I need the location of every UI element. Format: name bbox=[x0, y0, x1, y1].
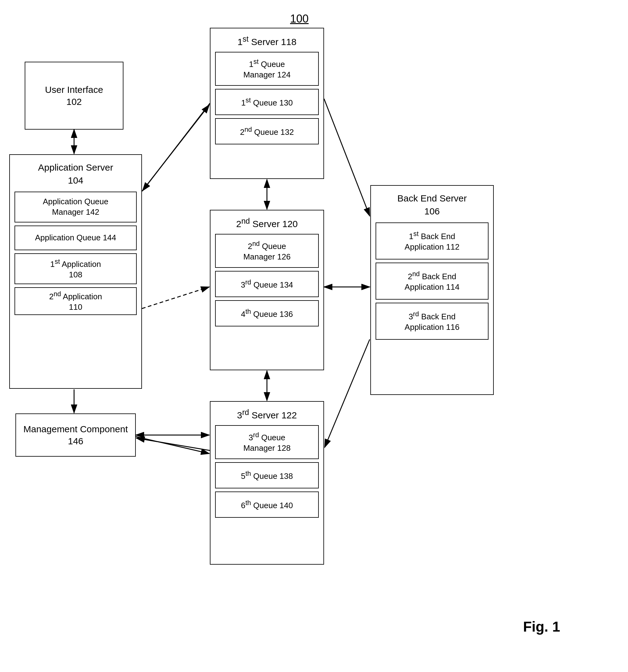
1stserver-to-backend-arrow bbox=[324, 99, 370, 216]
management-component-label: Management Component146 bbox=[23, 423, 128, 447]
fourth-queue-box: 4th Queue 136 bbox=[215, 300, 319, 327]
second-server-box: 2nd Server 120 2nd QueueManager 126 3rd … bbox=[210, 210, 324, 370]
first-application-box: 1st Application108 bbox=[15, 253, 137, 284]
app-server-label: Application Server104 bbox=[15, 161, 137, 187]
app-queue-box: Application Queue 144 bbox=[15, 225, 137, 250]
sixth-queue-box: 6th Queue 140 bbox=[215, 491, 319, 518]
fig-label: Fig. 1 bbox=[523, 618, 560, 635]
back-end-server-box: Back End Server106 1st Back EndApplicati… bbox=[370, 185, 494, 395]
diagram-title: 100 bbox=[290, 13, 309, 25]
diagram: 100 User Interface102 Application Server… bbox=[0, 0, 628, 672]
first-server-label: 1st Server 118 bbox=[215, 34, 319, 47]
second-application-box: 2nd Application110 bbox=[15, 287, 137, 315]
appserver-to-1stserver-arrow bbox=[142, 105, 209, 191]
third-queue-box: 3rd Queue 134 bbox=[215, 271, 319, 297]
application-server-box: Application Server104 Application QueueM… bbox=[9, 154, 142, 389]
second-queue-box: 2nd Queue 132 bbox=[215, 118, 319, 144]
first-server-box: 1st Server 118 1st QueueManager 124 1st … bbox=[210, 28, 324, 179]
second-server-label: 2nd Server 120 bbox=[215, 217, 319, 229]
second-queue-manager-box: 2nd QueueManager 126 bbox=[215, 234, 319, 268]
third-server-label: 3rd Server 122 bbox=[215, 408, 319, 421]
backend-to-3rdserver-arrow bbox=[325, 339, 370, 448]
3rdserver-to-mgmt-arrow bbox=[136, 438, 210, 451]
user-interface-box: User Interface102 bbox=[25, 62, 123, 129]
1stserver-to-appserver-arrow bbox=[143, 103, 210, 191]
third-back-end-box: 3rd Back EndApplication 116 bbox=[376, 303, 489, 340]
back-end-server-label: Back End Server106 bbox=[376, 192, 489, 218]
first-back-end-box: 1st Back EndApplication 112 bbox=[376, 222, 489, 260]
first-queue-manager-box: 1st QueueManager 124 bbox=[215, 52, 319, 86]
fifth-queue-box: 5th Queue 138 bbox=[215, 462, 319, 488]
user-interface-label: User Interface102 bbox=[45, 83, 103, 108]
third-queue-manager-box: 3rd QueueManager 128 bbox=[215, 425, 319, 459]
second-back-end-box: 2nd Back EndApplication 114 bbox=[376, 263, 489, 299]
first-queue-box: 1st Queue 130 bbox=[215, 89, 319, 115]
mgmt-to-3rdserver-arrow bbox=[136, 437, 209, 454]
management-component-box: Management Component146 bbox=[16, 413, 136, 457]
1stapplication-to-3rdqueue-dashed-arrow bbox=[142, 287, 209, 309]
third-server-box: 3rd Server 122 3rd QueueManager 128 5th … bbox=[210, 401, 324, 565]
app-queue-manager-box: Application QueueManager 142 bbox=[15, 192, 137, 222]
